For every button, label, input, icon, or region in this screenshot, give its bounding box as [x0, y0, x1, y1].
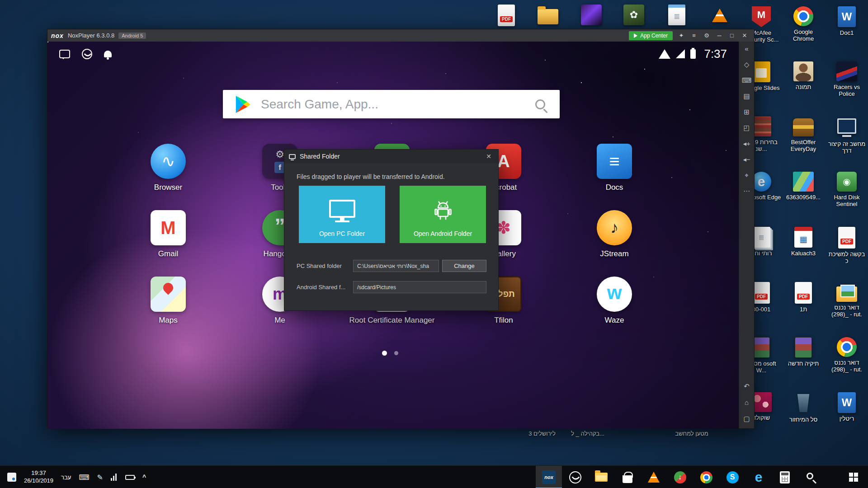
boss-key-icon[interactable]: ◇	[744, 61, 750, 68]
app-maps[interactable]: Maps	[114, 277, 222, 325]
taskbar-search[interactable]	[798, 466, 824, 488]
keyboard-control-icon[interactable]: ⌨	[742, 77, 752, 84]
desktop-icon-label[interactable]: בקהילה _ ל...	[554, 430, 622, 437]
desktop-icon-word[interactable]: WDoc1	[827, 6, 867, 36]
promo-gift-icon[interactable]: ✦	[675, 31, 687, 40]
start-button[interactable]	[842, 466, 865, 488]
pc-shared-folder-input[interactable]	[353, 260, 439, 272]
hds-icon: ◉	[837, 172, 857, 192]
taskbar-store[interactable]	[614, 466, 641, 488]
desktop-icon-pdf[interactable]: PDFבקשה למשיכת כ	[827, 227, 867, 265]
app-docs[interactable]: ≡Docs	[560, 144, 669, 192]
open-android-folder-button[interactable]: Open Android Folder	[400, 186, 486, 243]
page-dot	[394, 351, 398, 355]
desktop-icon-vlc-media[interactable]	[706, 5, 733, 26]
back-button[interactable]: ↶	[744, 383, 750, 389]
battery-tray-icon[interactable]	[125, 475, 135, 480]
desktop-icon-folder[interactable]	[534, 5, 561, 24]
icon-glyph: ♪	[610, 218, 618, 237]
taskbar-edge[interactable]: e	[745, 466, 772, 488]
folderimg-icon	[836, 286, 857, 302]
desktop-icon-recycle[interactable]: סל המיחזור	[783, 392, 823, 423]
desktop-icon-chrome[interactable]: Google Chrome	[783, 6, 823, 42]
windows-desktop: PDF✿≣ MMcAfee Security Sc...Google Slide…	[0, 0, 868, 488]
desktop-icon-pdf[interactable]: PDF1ת	[783, 282, 823, 313]
app-gmail[interactable]: MGmail	[114, 210, 222, 258]
volume-up-icon[interactable]: ◂+	[743, 140, 750, 147]
network-icon[interactable]	[111, 474, 118, 481]
taskbar-chrome[interactable]	[693, 466, 719, 488]
desktop-icon-label: בקשה למשיכת כ	[827, 251, 867, 265]
app-center-button[interactable]: App Center	[629, 31, 673, 40]
rar-icon	[795, 337, 812, 358]
calc-icon	[780, 471, 790, 483]
android-shared-folder-input[interactable]	[353, 281, 486, 293]
virtual-location-icon[interactable]: ⌖	[745, 172, 748, 178]
mcafee-icon: M	[752, 6, 771, 27]
more-options-icon[interactable]: ⋯	[743, 188, 750, 194]
system-tray: 19:37 26/10/2019 עבר ⌨ ✎ ^	[0, 466, 146, 488]
game-shortcut-icon	[581, 5, 602, 25]
menu-icon[interactable]: ≡	[688, 31, 700, 40]
icon-glyph: A	[497, 152, 509, 171]
pen-icon[interactable]: ✎	[97, 473, 103, 482]
idm-icon: ↓	[674, 471, 686, 483]
nox-titlebar[interactable]: nox NoxPlayer 6.3.0.8 Android 5 App Cent…	[47, 29, 754, 42]
desktop-icon-chest[interactable]: BestOffer EveryDay	[783, 117, 823, 153]
desktop-icon-hds[interactable]: ◉Hard Disk Sentinel	[827, 172, 867, 208]
desktop-icon-racers[interactable]: Racers vs Police	[827, 61, 867, 98]
close-icon[interactable]: ✕	[739, 31, 750, 40]
desktop-icon-chrome[interactable]: דואר נכנס (298)_ - rut.	[827, 337, 867, 373]
taskbar-calculator[interactable]	[772, 466, 798, 488]
volume-down-icon[interactable]: ◂−	[743, 156, 750, 163]
desktop-icon-portrait[interactable]: תמונה	[783, 61, 823, 90]
touch-keyboard-icon[interactable]: ⌨	[79, 473, 89, 482]
desktop-icon-word[interactable]: Wריטלין	[827, 392, 867, 422]
minimize-icon[interactable]: ─	[713, 31, 725, 40]
taskbar-whatsapp[interactable]	[562, 466, 588, 488]
pc-monitor-icon	[329, 200, 355, 218]
desktop-icon-flowers-image[interactable]: ✿	[620, 5, 647, 25]
desktop-icon-label[interactable]: מטען למחשב	[658, 430, 726, 437]
recents-button[interactable]: ▢	[743, 415, 750, 422]
desktop-icon-kaluach[interactable]: ▦Kaluach3	[783, 227, 823, 257]
fullscreen-icon[interactable]: ◰	[743, 124, 750, 131]
dialog-header[interactable]: Shared Folder ✕	[284, 150, 498, 163]
taskbar-nox[interactable]: nox	[536, 466, 562, 488]
app-waze[interactable]: wWaze	[560, 277, 669, 325]
desktop-icon-thispc[interactable]: מחשב זה קיצור דרך	[827, 117, 867, 155]
macro-recorder-icon[interactable]: ▤	[743, 93, 750, 99]
desktop-icon-pdf-file[interactable]: PDF	[493, 5, 520, 26]
hidden-icons-chevron[interactable]: ^	[142, 474, 146, 481]
taskbar-clock[interactable]: 19:37 26/10/2019	[24, 469, 53, 485]
pdf-icon: PDF	[753, 282, 770, 304]
desktop-icon-game-shortcut[interactable]	[578, 5, 605, 25]
desktop-icon-img636[interactable]: 636309549...	[783, 172, 823, 201]
pdf-file-icon: PDF	[498, 5, 515, 26]
taskbar-file-explorer[interactable]	[588, 466, 614, 488]
app-browser[interactable]: ∿Browser	[114, 144, 222, 192]
maximize-icon[interactable]: □	[726, 31, 738, 40]
open-pc-folder-label: Open PC Folder	[319, 230, 365, 237]
app-jstream[interactable]: ♪JStream	[560, 210, 669, 258]
home-button[interactable]: ⌂	[745, 399, 749, 406]
desktop-icon-label: תמונה	[783, 84, 823, 90]
change-button[interactable]: Change	[442, 260, 486, 272]
desktop-icon-notepad-file[interactable]: ≣	[663, 5, 690, 25]
tray-notification-icon[interactable]	[7, 473, 16, 482]
desktop-icon-folderimg[interactable]: דואר נכנס (298)_ - rut.	[827, 282, 867, 318]
settings-gear-icon[interactable]: ⚙	[701, 31, 712, 40]
icon-glyph: PDF	[797, 294, 810, 300]
screenshot-icon[interactable]: ⊞	[744, 108, 750, 115]
desktop-icon-rar[interactable]: תיקיה חדשה	[783, 337, 823, 367]
language-indicator[interactable]: עבר	[61, 474, 71, 481]
app-label: Root Certificate Manager	[349, 316, 435, 325]
collapse-sidebar-icon[interactable]: «	[745, 45, 748, 52]
icon-glyph	[797, 394, 810, 412]
open-pc-folder-button[interactable]: Open PC Folder	[299, 186, 385, 243]
taskbar-vlc[interactable]	[641, 466, 667, 488]
taskbar-skype[interactable]: S	[719, 466, 745, 488]
taskbar-download-manager[interactable]: ↓	[667, 466, 693, 488]
dialog-close-icon[interactable]: ✕	[484, 153, 494, 160]
play-icon	[634, 33, 637, 38]
